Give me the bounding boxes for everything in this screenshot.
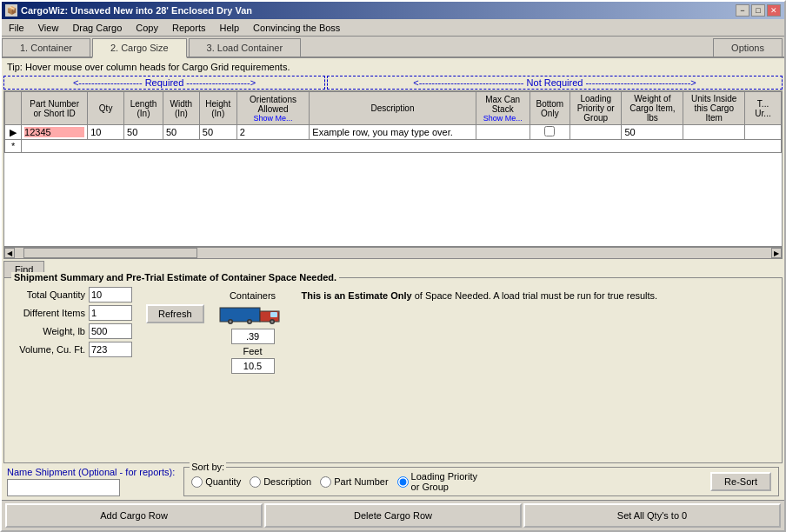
- col-header-loadpriority: LoadingPriority orGroup: [570, 92, 622, 125]
- show-me-orientations[interactable]: Show Me...: [240, 114, 307, 123]
- name-shipment-label: Name Shipment (Optional - for reports):: [7, 467, 175, 477]
- svg-rect-0: [220, 308, 260, 322]
- show-me-maxstack[interactable]: Show Me...: [479, 114, 527, 123]
- menu-convincing[interactable]: Convincing the Boss: [250, 21, 343, 35]
- menu-reports[interactable]: Reports: [169, 21, 210, 35]
- input-qty[interactable]: [90, 127, 121, 137]
- menu-help[interactable]: Help: [216, 21, 243, 35]
- name-shipment-area: Name Shipment (Optional - for reports):: [7, 467, 175, 496]
- sort-label-description: Description: [263, 476, 311, 487]
- tab-container[interactable]: 1. Container: [2, 38, 90, 57]
- input-orientations[interactable]: [240, 127, 307, 137]
- svg-point-10: [270, 321, 273, 323]
- cargo-grid: Part Numberor Short ID Qty Length(In) Wi…: [4, 91, 782, 153]
- name-shipment-input[interactable]: [7, 479, 120, 496]
- radio-sort-description[interactable]: [250, 476, 261, 488]
- radio-sort-partnumber[interactable]: [320, 476, 331, 488]
- col-header-width: Width(In): [163, 92, 199, 125]
- cell-weight[interactable]: [622, 125, 683, 140]
- input-containers[interactable]: [231, 329, 275, 344]
- input-description[interactable]: [312, 127, 472, 137]
- hscroll-thumb[interactable]: [23, 248, 197, 258]
- input-partnum[interactable]: [24, 127, 84, 137]
- delete-cargo-row-button[interactable]: Delete Cargo Row: [264, 503, 522, 528]
- input-totalqty[interactable]: [89, 287, 132, 303]
- maximize-button[interactable]: □: [751, 4, 765, 17]
- add-cargo-row-button[interactable]: Add Cargo Row: [5, 503, 263, 528]
- cell-height[interactable]: [199, 125, 236, 140]
- input-height[interactable]: [203, 127, 234, 137]
- cell-partnum[interactable]: [22, 125, 88, 140]
- set-all-qty-button[interactable]: Set All Qty's to 0: [523, 503, 781, 528]
- req-row: <-------------------- Required ---------…: [3, 76, 783, 90]
- hscroll-area: ◀ ▶: [3, 247, 783, 259]
- radio-sort-quantity[interactable]: [191, 476, 203, 488]
- resort-button[interactable]: Re-Sort: [710, 472, 771, 491]
- input-extra[interactable]: [748, 127, 778, 137]
- refresh-button[interactable]: Refresh: [146, 304, 204, 323]
- col-header-unitsinside: Units Insidethis CargoItem: [683, 92, 745, 125]
- tab-load-container[interactable]: 3. Load Container: [189, 38, 301, 57]
- table-row: ▶: [5, 125, 782, 140]
- col-header-extra: T...Ur...: [745, 92, 782, 125]
- feet-label: Feet: [243, 346, 263, 356]
- input-weight-summary[interactable]: [89, 323, 132, 339]
- input-loadpriority[interactable]: [573, 127, 619, 137]
- col-header-bottomonly: BottomOnly: [530, 92, 570, 125]
- cell-extra[interactable]: [745, 125, 782, 140]
- label-volume: Volume, Cu. Ft.: [11, 344, 85, 355]
- cell-bottomonly[interactable]: [530, 125, 570, 140]
- sort-label-loadingpriority: Loading Priorityor Group: [411, 471, 477, 492]
- summary-fieldset: Shipment Summary and Pre-Trial Estimate …: [3, 277, 783, 463]
- menu-drag-cargo[interactable]: Drag Cargo: [69, 21, 125, 35]
- minimize-button[interactable]: −: [736, 4, 749, 17]
- col-header-description: Description: [310, 92, 476, 125]
- tab-options[interactable]: Options: [713, 38, 783, 57]
- label-differentitems: Different Items: [11, 308, 85, 318]
- cell-description[interactable]: [310, 125, 476, 140]
- tab-cargo-size[interactable]: 2. Cargo Size: [92, 38, 187, 58]
- required-label: <-------------------- Required ---------…: [3, 76, 325, 90]
- menu-copy[interactable]: Copy: [132, 21, 162, 35]
- label-weight: Weight, lb: [11, 326, 85, 336]
- containers-label: Containers: [230, 290, 276, 301]
- checkbox-bottomonly[interactable]: [544, 126, 555, 136]
- sort-option-partnumber: Part Number: [320, 476, 388, 488]
- input-unitsinside[interactable]: [686, 127, 742, 137]
- hscroll-left[interactable]: ◀: [4, 248, 15, 258]
- cell-maxstack[interactable]: [476, 125, 530, 140]
- svg-rect-4: [270, 312, 277, 317]
- menu-view[interactable]: View: [35, 21, 63, 35]
- new-row-marker: *: [5, 140, 22, 153]
- input-maxstack[interactable]: [479, 127, 527, 137]
- input-differentitems[interactable]: [89, 305, 132, 321]
- col-header-height: Height(In): [199, 92, 236, 125]
- summary-fields: Total Quantity Different Items Weight, l…: [11, 287, 132, 357]
- close-button[interactable]: ✕: [767, 4, 781, 17]
- menu-file[interactable]: File: [5, 21, 28, 35]
- input-feet[interactable]: [231, 358, 275, 374]
- cell-qty[interactable]: [88, 125, 124, 140]
- cell-width[interactable]: [163, 125, 199, 140]
- label-totalqty: Total Quantity: [11, 289, 85, 300]
- input-length[interactable]: [127, 127, 160, 137]
- content-area: Tip: Hover mouse over column heads for C…: [2, 58, 784, 500]
- cell-orientations[interactable]: [236, 125, 310, 140]
- input-volume[interactable]: [89, 342, 132, 357]
- window-title: CargoWiz: Unsaved New into 28' Enclosed …: [21, 5, 252, 16]
- cell-length[interactable]: [124, 125, 163, 140]
- input-weight[interactable]: [624, 127, 680, 137]
- sort-option-description: Description: [250, 476, 311, 488]
- radio-sort-loadingpriority[interactable]: [397, 476, 409, 488]
- col-header-length: Length(In): [124, 92, 163, 125]
- cell-loadpriority[interactable]: [570, 125, 622, 140]
- new-row-empty: [22, 140, 782, 153]
- sort-option-quantity: Quantity: [191, 476, 241, 488]
- col-header-maxstack: Max CanStack Show Me...: [476, 92, 530, 125]
- hscroll-right[interactable]: ▶: [771, 248, 782, 258]
- col-header-weight: Weight ofCargo Item,lbs: [622, 92, 683, 125]
- table-new-row: *: [5, 140, 782, 153]
- menu-bar: File View Drag Cargo Copy Reports Help C…: [2, 19, 784, 37]
- input-width[interactable]: [166, 127, 196, 137]
- cell-unitsinside[interactable]: [683, 125, 745, 140]
